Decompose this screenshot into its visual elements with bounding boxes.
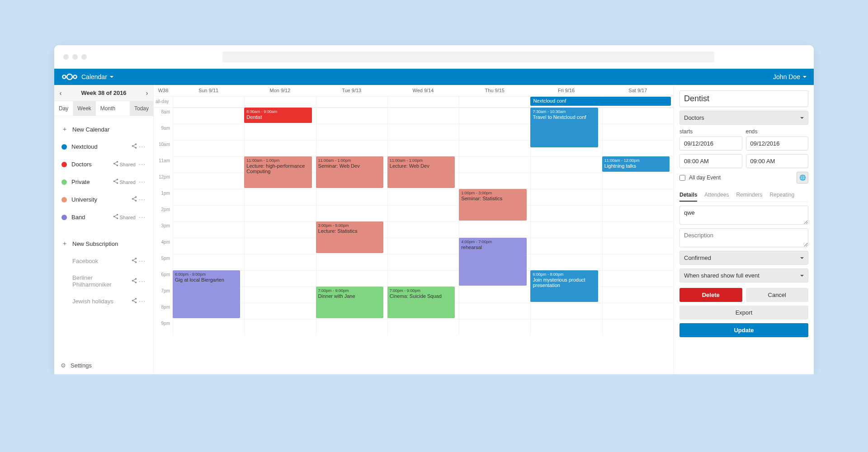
gear-icon: ⚙ [61, 362, 66, 369]
svg-point-4 [132, 145, 134, 147]
tab-reminders[interactable]: Reminders [736, 189, 762, 202]
share-icon[interactable] [113, 178, 119, 186]
svg-point-8 [116, 165, 118, 166]
event-title: Gig at local Biergarten [175, 277, 238, 282]
share-icon[interactable] [113, 213, 119, 221]
new-subscription-button[interactable]: ＋ New Subscription [59, 235, 149, 252]
calendar-color-icon [61, 197, 67, 202]
status-select[interactable]: Confirmed [679, 251, 808, 265]
traffic-close-icon[interactable] [63, 54, 69, 60]
traffic-lights [63, 54, 87, 60]
calendar-item[interactable]: Private Shared ⋯ [59, 173, 149, 191]
hour-label: 12pm [154, 173, 173, 189]
tab-attendees[interactable]: Attendees [704, 189, 729, 202]
end-date-input[interactable] [746, 137, 809, 151]
calendar-event[interactable]: 11:00am - 1:00pmLecture: high-performanc… [244, 156, 311, 188]
calendar-event[interactable]: 4:00pm - 7:00pmrehearsal [459, 238, 526, 286]
calendar-name: University [71, 196, 131, 203]
update-button[interactable]: Update [679, 323, 808, 337]
svg-point-19 [132, 259, 134, 261]
svg-point-5 [135, 147, 137, 149]
cancel-button[interactable]: Cancel [746, 288, 809, 302]
subscription-item[interactable]: Jewish holidays ⋯ [59, 292, 149, 310]
app-header: Calendar John Doe [54, 69, 814, 85]
calendar-name: Nextcloud [71, 143, 131, 150]
new-subscription-label: New Subscription [72, 240, 146, 247]
subscription-item[interactable]: Berliner Philharmoniker ⋯ [59, 270, 149, 292]
start-time-input[interactable] [679, 154, 742, 168]
more-icon[interactable]: ⋯ [138, 160, 146, 169]
calendar-event[interactable]: 11:00am - 12:00pmLightning talks [602, 156, 670, 172]
svg-point-21 [135, 278, 137, 280]
today-button[interactable]: Today [130, 101, 153, 116]
calendar-select[interactable]: Doctors [679, 111, 808, 125]
calendar-event[interactable]: 6:00pm - 8:00pmJoin mysterious product p… [530, 270, 598, 302]
share-icon[interactable] [113, 160, 119, 168]
end-time-input[interactable] [746, 154, 809, 168]
hour-label: 4pm [154, 238, 173, 254]
calendar-event[interactable]: 7:00pm - 9:00pmDinner with Jane [316, 287, 383, 318]
tab-repeating[interactable]: Repeating [769, 189, 794, 202]
subscription-item[interactable]: Facebook ⋯ [59, 252, 149, 270]
event-title: Lecture: Web Dev [390, 163, 453, 169]
visibility-select[interactable]: When shared show full event [679, 268, 808, 282]
more-icon[interactable]: ⋯ [138, 213, 146, 221]
start-date-input[interactable] [679, 137, 742, 151]
event-title-input[interactable] [679, 90, 808, 107]
calendar-color-icon [61, 179, 67, 185]
event-time: 6:00pm - 8:00pm [533, 272, 595, 277]
timezone-button[interactable]: 🌐 [797, 172, 808, 184]
prev-week-button[interactable]: ‹ [54, 85, 67, 101]
share-icon[interactable] [131, 143, 137, 151]
description-input[interactable] [679, 228, 808, 247]
more-icon[interactable]: ⋯ [138, 142, 146, 151]
delete-button[interactable]: Delete [679, 288, 742, 302]
calendar-color-icon [61, 162, 67, 167]
event-title: Lightning talks [604, 163, 667, 169]
traffic-max-icon[interactable] [81, 54, 87, 60]
view-day-button[interactable]: Day [54, 101, 73, 116]
traffic-min-icon[interactable] [72, 54, 78, 60]
share-icon[interactable] [131, 297, 137, 305]
share-icon[interactable] [131, 257, 137, 265]
calendar-event[interactable]: 8:00am - 9:00amDentist [244, 108, 311, 123]
hours-grid[interactable]: 8am9am10am11am12pm1pm2pm3pm4pm5pm6pm7pm8… [154, 108, 674, 335]
event-title: Join mysterious product presentation [533, 277, 595, 288]
more-icon[interactable]: ⋯ [138, 257, 146, 265]
more-icon[interactable]: ⋯ [138, 178, 146, 186]
settings-button[interactable]: ⚙ Settings [54, 357, 153, 374]
next-week-button[interactable]: › [141, 85, 153, 101]
user-menu[interactable]: John Doe [773, 73, 807, 80]
calendar-item[interactable]: Nextcloud ⋯ [59, 138, 149, 155]
shared-badge: Shared [120, 179, 136, 185]
view-month-button[interactable]: Month [96, 101, 120, 116]
calendar-item[interactable]: Doctors Shared ⋯ [59, 155, 149, 173]
more-icon[interactable]: ⋯ [138, 195, 146, 204]
more-icon[interactable]: ⋯ [138, 277, 146, 286]
url-bar[interactable] [222, 52, 714, 62]
calendar-event[interactable]: 11:00am - 1:00pmLecture: Web Dev [387, 156, 455, 188]
week-number: W38 [154, 85, 173, 96]
nextcloud-logo-icon[interactable] [61, 73, 78, 80]
calendar-event[interactable]: 1:00pm - 3:00pmSeminar: Statistics [459, 189, 526, 221]
calendar-event[interactable]: 6:00pm - 9:00pmGig at local Biergarten [173, 270, 240, 318]
new-calendar-button[interactable]: ＋ New Calendar [59, 121, 149, 138]
calendar-event[interactable]: 7:00pm - 9:00pmCinema: Suicide Squad [387, 287, 455, 318]
location-input[interactable]: qwe [679, 206, 808, 225]
tab-details[interactable]: Details [679, 189, 697, 202]
more-icon[interactable]: ⋯ [138, 297, 146, 306]
view-week-button[interactable]: Week [73, 101, 95, 116]
calendar-event[interactable]: 7:30am - 10:30amTravel to Nextcloud conf [530, 108, 598, 147]
calendar-event[interactable]: 3:00pm - 5:00pmLecture: Statistics [316, 221, 383, 253]
day-header: Sun 9/11 [173, 85, 244, 96]
allday-checkbox[interactable] [679, 175, 685, 181]
share-icon[interactable] [131, 196, 137, 203]
event-time: 11:00am - 12:00pm [604, 158, 667, 163]
calendar-item[interactable]: University ⋯ [59, 191, 149, 208]
export-button[interactable]: Export [679, 306, 808, 320]
calendar-item[interactable]: Band Shared ⋯ [59, 208, 149, 226]
app-title-dropdown[interactable]: Calendar [81, 73, 113, 80]
calendar-event[interactable]: 11:00am - 1:00pmSeminar: Web Dev [316, 156, 383, 188]
share-icon[interactable] [131, 278, 137, 285]
allday-event[interactable]: Nextcloud conf [530, 97, 671, 106]
